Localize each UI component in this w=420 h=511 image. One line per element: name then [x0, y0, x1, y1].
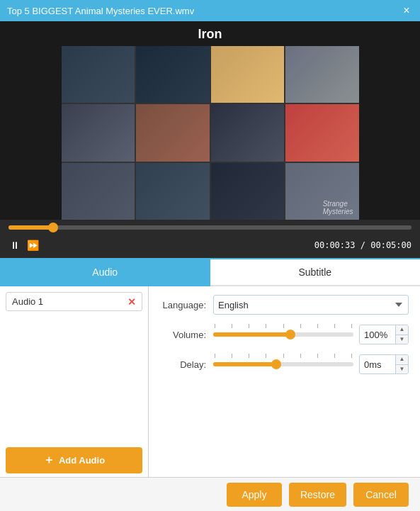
volume-ticks: [213, 324, 353, 328]
video-cell: [211, 46, 285, 103]
tick: [334, 324, 335, 328]
delay-slider[interactable]: [213, 362, 353, 366]
tick: [334, 354, 335, 358]
video-cell: [285, 46, 359, 103]
language-control: English French German Spanish Japanese C…: [213, 295, 409, 315]
restore-button[interactable]: Restore: [289, 483, 346, 507]
volume-slider[interactable]: [213, 332, 353, 337]
delay-ticks: [213, 354, 353, 358]
volume-thumb[interactable]: [285, 330, 295, 339]
time-display: 00:00:33 / 00:05:00: [314, 240, 412, 250]
delay-control: ▲ ▼: [213, 354, 409, 374]
tab-content: Audio 1 ✕ ＋ Add Audio Language: English: [0, 286, 420, 479]
controls-left: ⏸ ⏩: [8, 238, 40, 252]
bottom-panel: Audio Subtitle Audio 1 ✕ ＋ Add Audio: [0, 258, 420, 478]
tick: [215, 354, 215, 358]
main-container: Top 5 BIGGEST Animal Mysteries EVER.wmv …: [0, 0, 420, 511]
spinbox-arrows: ▲ ▼: [395, 325, 408, 344]
language-row: Language: English French German Spanish …: [160, 295, 409, 315]
video-section: Iron StrangeMysteries: [0, 21, 420, 258]
controls-bar: ⏸ ⏩ 00:00:33 / 00:05:00: [0, 235, 420, 258]
audio-track-label: Audio 1: [12, 296, 43, 307]
video-cell: [136, 46, 210, 103]
tick: [351, 324, 352, 328]
volume-label: Volume:: [160, 330, 206, 340]
tab-subtitle[interactable]: Subtitle: [210, 259, 421, 286]
title-filename: Top 5 BIGGEST Animal Mysteries EVER.wmv: [7, 6, 194, 16]
video-preview: StrangeMysteries: [62, 46, 359, 220]
video-cell: [62, 46, 135, 103]
delay-up-arrow[interactable]: ▲: [396, 355, 408, 365]
delay-down-arrow[interactable]: ▼: [396, 365, 408, 374]
tick: [317, 354, 318, 358]
video-cell: [62, 163, 135, 220]
tick: [232, 324, 232, 328]
tick: [317, 324, 318, 328]
delay-label: Delay:: [160, 359, 206, 370]
volume-down-arrow[interactable]: ▼: [396, 335, 408, 344]
seek-thumb[interactable]: [48, 223, 58, 232]
audio-remove-button[interactable]: ✕: [127, 297, 136, 307]
tab-audio[interactable]: Audio: [0, 259, 210, 286]
tab-audio-label: Audio: [92, 266, 118, 278]
tick: [266, 324, 266, 328]
time-duration: 00:05:00: [370, 240, 412, 250]
close-button[interactable]: ×: [400, 4, 413, 17]
video-cell: [211, 104, 285, 161]
add-audio-button[interactable]: ＋ Add Audio: [6, 447, 142, 473]
tab-subtitle-label: Subtitle: [298, 266, 331, 278]
volume-spinbox[interactable]: ▲ ▼: [359, 325, 409, 344]
seek-bar[interactable]: [8, 225, 412, 230]
forward-button[interactable]: ⏩: [25, 238, 40, 252]
play-pause-button[interactable]: ⏸: [8, 238, 21, 252]
seek-section: [0, 220, 420, 235]
delay-fill: [213, 362, 276, 366]
play-pause-icon: ⏸: [10, 240, 20, 251]
tick: [249, 324, 249, 328]
tick: [283, 354, 284, 358]
volume-up-arrow[interactable]: ▲: [396, 325, 408, 335]
audio-settings-panel: Language: English French German Spanish …: [149, 286, 420, 479]
video-title: Iron: [0, 21, 420, 46]
footer-buttons: Apply Restore Cancel: [0, 477, 420, 511]
time-elapsed: 00:00:33: [314, 240, 356, 250]
cancel-button[interactable]: Cancel: [353, 483, 409, 507]
volume-control: ▲ ▼: [213, 325, 409, 344]
video-cell: StrangeMysteries: [285, 163, 359, 220]
seek-bar-fill: [8, 225, 53, 230]
video-watermark: StrangeMysteries: [323, 200, 353, 215]
forward-icon: ⏩: [27, 240, 39, 251]
tick: [283, 324, 284, 328]
title-bar: Top 5 BIGGEST Animal Mysteries EVER.wmv …: [0, 0, 420, 21]
volume-row: Volume:: [160, 325, 409, 344]
video-cell: [211, 163, 285, 220]
tick: [249, 354, 249, 358]
tabs: Audio Subtitle: [0, 259, 420, 286]
audio-track-item: Audio 1 ✕: [6, 292, 142, 311]
video-cell: [285, 104, 359, 161]
delay-row: Delay:: [160, 354, 409, 374]
language-select[interactable]: English French German Spanish Japanese C…: [213, 295, 409, 315]
volume-fill: [213, 332, 290, 337]
time-separator: /: [361, 240, 370, 250]
language-label: Language:: [160, 300, 206, 310]
tick: [266, 354, 266, 358]
delay-spinbox[interactable]: ▲ ▼: [359, 354, 409, 374]
delay-thumb[interactable]: [271, 359, 281, 369]
tick: [351, 354, 352, 358]
video-grid: StrangeMysteries: [62, 46, 359, 220]
add-audio-label: Add Audio: [59, 455, 105, 466]
video-cell: [136, 163, 210, 220]
video-cell: [136, 104, 210, 161]
tick: [300, 354, 301, 358]
apply-button[interactable]: Apply: [227, 483, 282, 507]
spinbox-arrows: ▲ ▼: [395, 355, 408, 374]
add-icon: ＋: [43, 453, 55, 468]
tick: [215, 324, 215, 328]
video-cell: [62, 104, 135, 161]
tick: [300, 324, 301, 328]
tick: [232, 354, 232, 358]
audio-list-panel: Audio 1 ✕ ＋ Add Audio: [0, 286, 149, 479]
